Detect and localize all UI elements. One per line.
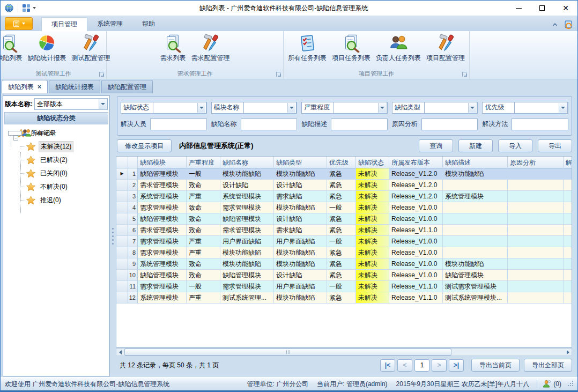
version-combobox[interactable]: 全部版本 [34, 98, 108, 110]
action-button[interactable]: 导入 [498, 139, 532, 152]
table-row[interactable]: 9 系统管理模块 致命 模块功能缺陷 模块功能缺陷 紧急 未解决 Release… [116, 258, 572, 270]
column-header[interactable]: 缺陷名称 [220, 157, 274, 168]
column-header[interactable]: 严重程度 [187, 157, 220, 168]
filter-field: 缺陷类型 [392, 102, 478, 114]
column-header[interactable]: 缺陷类型 [274, 157, 327, 168]
tree-item[interactable]: 推迟(0) [3, 194, 109, 207]
filter-row-2: 解决人员 缺陷名称 缺陷描述 [121, 118, 568, 130]
pager-button[interactable]: < [397, 359, 412, 372]
defect-grid: 缺陷模块 严重程度 缺陷名称 缺陷类型 优先级 缺陷状态 所属发布版本 缺陷描述… [116, 156, 572, 347]
ribbon-button[interactable]: 所有任务列表 [286, 33, 329, 70]
scroll-left-icon[interactable] [116, 349, 124, 356]
column-header[interactable]: 优先级 [327, 157, 356, 168]
column-header[interactable]: 缺陷状态 [356, 157, 389, 168]
ribbon-button[interactable]: 需求列表 [158, 33, 188, 70]
status-badge: 未解决 [356, 258, 389, 270]
combo-dropdown-icon[interactable] [559, 103, 567, 113]
status-badge: 未解决 [356, 247, 389, 258]
export-current-page-button[interactable]: 导出当前页 [471, 359, 520, 372]
filter-input[interactable] [512, 119, 568, 130]
table-row[interactable]: 6 需求管理模块 致命 需求管理模块 需求缺陷 紧急 未解决 Release_V… [116, 225, 572, 236]
combo-dropdown-icon[interactable] [99, 99, 107, 109]
pager-button[interactable]: >| [449, 359, 464, 372]
close-button[interactable]: ✕ [554, 1, 577, 16]
horizontal-scrollbar[interactable] [116, 348, 572, 356]
table-row[interactable]: 11 需求管理模块 一般 需求管理模块 用户界面缺陷 一般 未解决 Releas… [116, 281, 572, 292]
ribbon-button[interactable]: 负责人任务列表 [374, 33, 423, 70]
dialog-launcher-icon[interactable] [276, 72, 281, 77]
tab-close-icon[interactable]: × [38, 84, 41, 90]
table-row[interactable]: 4 需求管理模块 致命 需求管理模块 模块功能缺陷 一般 未解决 Release… [116, 202, 572, 213]
export-all-pages-button[interactable]: 导出全部页 [524, 359, 572, 372]
document-tab[interactable]: 缺陷列表 × [2, 80, 48, 93]
combo-dropdown-icon[interactable] [468, 103, 476, 113]
action-button[interactable]: 新建 [458, 139, 493, 152]
tree-item[interactable]: 已关闭(0) [3, 167, 109, 180]
tree-item[interactable]: 未解决(12) [3, 140, 109, 153]
row-number: 2 [128, 180, 138, 191]
tree-item[interactable]: 已解决(2) [3, 153, 109, 167]
combo-dropdown-icon[interactable] [378, 103, 386, 113]
table-row[interactable]: 8 需求管理模块 严重 模块功能缺陷 模块功能缺陷 紧急 未解决 Release… [116, 247, 572, 258]
ribbon-button[interactable]: 需求配置管理 [189, 33, 232, 70]
ribbon-button[interactable]: 项目任务列表 [330, 33, 373, 70]
modify-columns-button[interactable]: 修改显示项目 [117, 139, 172, 152]
quick-access-icon[interactable] [22, 4, 31, 12]
document-tab-strip: 缺陷列表 × 缺陷统计报表 缺陷配置管理 [2, 80, 577, 93]
filter-input[interactable] [241, 119, 297, 130]
document-tab-label: 缺陷配置管理 [108, 81, 146, 93]
column-header[interactable]: 原因分析 [508, 157, 564, 168]
resize-grip[interactable] [568, 381, 573, 387]
action-button[interactable]: 查询 [419, 139, 453, 152]
ribbon-tab[interactable]: 系统管理 [87, 17, 132, 31]
pager-button[interactable]: |< [380, 359, 395, 372]
combo-dropdown-icon[interactable] [197, 103, 205, 113]
online-users-icon[interactable] [543, 380, 551, 388]
tree-item-icon [26, 155, 36, 165]
scroll-right-icon[interactable] [564, 349, 572, 356]
application-menu-button[interactable] [5, 17, 33, 30]
combo-dropdown-icon[interactable] [287, 103, 295, 113]
ribbon-collapse-icon[interactable] [551, 21, 559, 28]
sidebar-splitter[interactable] [110, 95, 115, 376]
pager-button[interactable]: > [432, 359, 447, 372]
filter-input[interactable] [331, 119, 387, 130]
column-header[interactable]: 缺陷模块 [138, 157, 187, 168]
ribbon-tab[interactable]: 帮助 [132, 17, 165, 31]
column-header[interactable]: 缺陷描述 [443, 157, 508, 168]
dialog-launcher-icon[interactable] [462, 72, 467, 77]
document-tab[interactable]: 缺陷配置管理 [101, 80, 153, 93]
ribbon-button[interactable]: 缺陷列表 [0, 33, 25, 70]
filter-field: 缺陷状态 [121, 102, 207, 114]
ribbon-button[interactable]: 测试配置管理 [70, 33, 113, 70]
scrollbar-track[interactable] [124, 349, 564, 356]
ribbon-button[interactable]: 项目配置管理 [424, 33, 467, 70]
column-header[interactable]: 所属发布版本 [389, 157, 443, 168]
dialog-launcher-icon[interactable] [99, 72, 104, 77]
minimize-button[interactable] [507, 1, 530, 16]
action-button[interactable]: 导出 [538, 139, 572, 152]
filter-input[interactable] [151, 119, 206, 130]
row-number: 6 [128, 225, 138, 236]
ribbon-button[interactable]: 缺陷统计报表 [26, 33, 69, 70]
table-row[interactable]: 5 缺陷管理模块 致命 缺陷管理模块 设计缺陷 紧急 未解决 Release_V… [116, 213, 572, 225]
column-header[interactable]: 解决方法 [564, 157, 572, 168]
maximize-button[interactable] [530, 1, 554, 16]
table-row[interactable]: 7 需求管理模块 严重 用户界面缺陷 用户界面缺陷 一般 未解决 Release… [116, 236, 572, 247]
ribbon-tab[interactable]: 项目管理 [41, 17, 87, 31]
table-row[interactable]: 10 缺陷管理模块 致命 缺陷管理模块 设计缺陷 紧急 未解决 Release_… [116, 270, 572, 281]
table-row[interactable]: 1 缺陷管理模块 一般 模块功能缺陷 模块功能缺陷 紧急 未解决 Release… [116, 168, 572, 180]
table-row[interactable]: 2 需求管理模块 致命 设计缺陷 设计缺陷 紧急 未解决 Release_V1.… [116, 180, 572, 191]
filter-field: 缺陷名称 [211, 119, 298, 130]
table-row[interactable]: 12 系统管理模块 严重 测试系统管理... 模块功能缺陷 紧急 未解决 Rel… [116, 292, 572, 304]
tree-item[interactable]: 不解决(0) [3, 180, 109, 194]
document-tab[interactable]: 缺陷统计报表 [49, 80, 100, 93]
table-row[interactable]: 3 系统管理模块 严重 系统管理模块 需求缺陷 紧急 未解决 Release_V… [116, 191, 572, 202]
tree-item[interactable]: − 缺陷状态 [8, 131, 22, 136]
scrollbar-thumb[interactable] [124, 349, 451, 356]
quick-access-dropdown-icon[interactable] [33, 7, 36, 9]
help-icon[interactable] [564, 20, 573, 29]
pager-button[interactable]: 1 [414, 359, 429, 372]
filter-input[interactable] [422, 119, 478, 130]
row-indicator [116, 168, 128, 180]
